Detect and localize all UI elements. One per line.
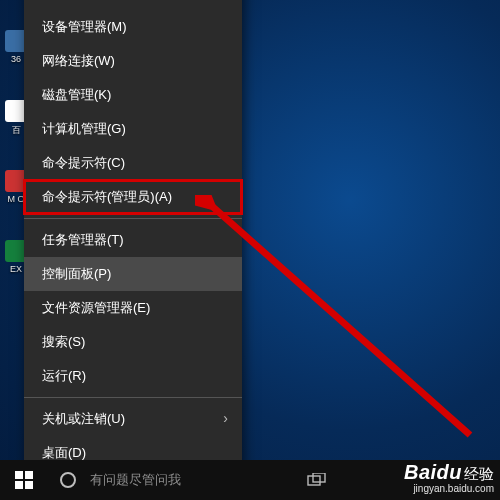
winx-context-menu: 系统(Y) 设备管理器(M) 网络连接(W) 磁盘管理(K) 计算机管理(G) … [24, 0, 242, 474]
svg-point-5 [61, 473, 75, 487]
watermark-suffix: 经验 [464, 465, 494, 482]
svg-rect-7 [313, 473, 325, 482]
svg-line-0 [213, 207, 470, 435]
task-view-icon [307, 473, 327, 487]
svg-rect-6 [308, 476, 320, 485]
menu-item-control-panel[interactable]: 控制面板(P) [24, 257, 242, 291]
menu-item-command-prompt-admin[interactable]: 命令提示符(管理员)(A) [24, 180, 242, 214]
menu-item-system[interactable]: 系统(Y) [24, 0, 242, 10]
watermark: Baidu经验 jingyan.baidu.com [404, 462, 494, 494]
svg-rect-1 [15, 471, 23, 479]
task-view-button[interactable] [304, 467, 330, 493]
menu-item-shutdown-signout[interactable]: 关机或注销(U) [24, 402, 242, 436]
svg-rect-2 [25, 471, 33, 479]
menu-separator [24, 397, 242, 398]
menu-item-search[interactable]: 搜索(S) [24, 325, 242, 359]
menu-item-task-manager[interactable]: 任务管理器(T) [24, 223, 242, 257]
menu-item-computer-management[interactable]: 计算机管理(G) [24, 112, 242, 146]
menu-item-device-manager[interactable]: 设备管理器(M) [24, 10, 242, 44]
cortana-search-text[interactable]: 有问题尽管问我 [90, 471, 181, 489]
start-button[interactable] [0, 460, 48, 500]
cortana-icon[interactable] [48, 460, 88, 500]
menu-item-run[interactable]: 运行(R) [24, 359, 242, 393]
windows-logo-icon [15, 471, 33, 489]
menu-separator [24, 218, 242, 219]
watermark-user: jingyan.baidu.com [404, 484, 494, 494]
menu-item-command-prompt[interactable]: 命令提示符(C) [24, 146, 242, 180]
watermark-brand: Baidu [404, 461, 462, 483]
menu-item-file-explorer[interactable]: 文件资源管理器(E) [24, 291, 242, 325]
menu-item-network-connections[interactable]: 网络连接(W) [24, 44, 242, 78]
svg-rect-3 [15, 481, 23, 489]
svg-rect-4 [25, 481, 33, 489]
menu-item-disk-management[interactable]: 磁盘管理(K) [24, 78, 242, 112]
